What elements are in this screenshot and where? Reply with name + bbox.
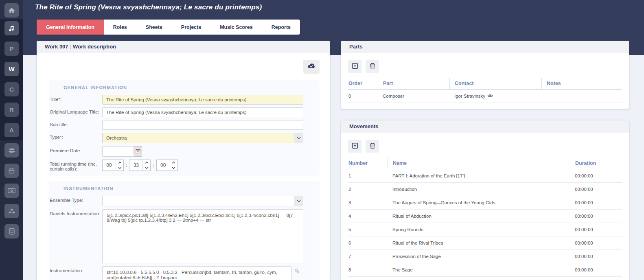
sidebar-item-calendar[interactable]: [4, 164, 19, 178]
title-label: Title*:: [50, 95, 102, 102]
sidebar-item-modules[interactable]: [4, 204, 19, 218]
parts-table-header: Order Part Contact Notes: [348, 78, 622, 90]
tab-roles[interactable]: Roles: [104, 20, 136, 35]
tab-sheets[interactable]: Sheets: [136, 20, 172, 35]
date-picker-button[interactable]: [134, 146, 142, 157]
add-icon: [351, 142, 359, 151]
hours-value[interactable]: 00: [103, 160, 116, 171]
part-order-cell: 0: [348, 94, 378, 98]
movement-row[interactable]: 7 Procession of the Sage 00:00:00: [348, 250, 622, 263]
original-language-title-input[interactable]: [102, 107, 303, 117]
minutes-stepper: 33: [129, 160, 151, 171]
movement-row[interactable]: 5 Spring Rounds 00:00:00: [348, 223, 622, 236]
movement-row[interactable]: 4 Ritual of Abduction 00:00:00: [348, 210, 622, 223]
cloud-check-icon: [307, 63, 316, 70]
minutes-down-button[interactable]: [143, 165, 150, 171]
banknote-icon: [8, 188, 15, 193]
sidebar-item-r[interactable]: R: [4, 103, 19, 117]
add-icon: [351, 62, 359, 71]
sidebar-letter: A: [9, 127, 14, 133]
sidebar-item-c[interactable]: C: [4, 82, 19, 96]
calendar-picker-icon: [136, 149, 140, 155]
tab-bar: General Information Roles Sheets Project…: [37, 20, 300, 35]
tab-music-scores[interactable]: Music Scores: [210, 20, 262, 35]
original-language-title-label: Original Language Title:: [50, 107, 102, 114]
movements-panel: Movements Number Name Duration 1 PART I:…: [341, 120, 629, 280]
daniels-instrumentation-textarea[interactable]: [102, 209, 303, 263]
hours-down-button[interactable]: [116, 165, 123, 171]
sidebar-item-p[interactable]: P: [4, 42, 19, 56]
sidebar-item-music[interactable]: [4, 21, 19, 35]
movement-row[interactable]: 8 The Sage 00:00:00: [348, 263, 622, 277]
database-icon: [9, 228, 15, 235]
instrumentation-section: INSTRUMENTATION Ensemble Type: Daniels I…: [49, 181, 320, 280]
sidebar-item-people[interactable]: [4, 143, 19, 158]
ensemble-type-label: Ensemble Type:: [50, 196, 102, 203]
movement-row[interactable]: 6 Ritual of the Rival Tribes 00:00:00: [348, 236, 622, 250]
sub-title-label: Sub title:: [50, 120, 102, 127]
total-running-time-label: Total running time (inc. curtain calls):: [50, 160, 102, 171]
ensemble-type-select[interactable]: [102, 196, 303, 206]
add-part-button[interactable]: [348, 60, 361, 73]
movement-row[interactable]: 2 Introduction 00:00:00: [348, 183, 622, 196]
column-header-order: Order: [348, 78, 378, 89]
movements-panel-title: Movements: [341, 120, 629, 133]
chevron-down-icon: [294, 196, 303, 206]
work-panel-title: Work 307 : Work description: [37, 41, 330, 53]
trash-icon: [369, 62, 376, 71]
delete-movement-button[interactable]: [366, 140, 379, 153]
part-contact-cell: Igor Stravinsky: [449, 94, 541, 98]
column-header-name: Name: [388, 158, 570, 169]
column-header-notes: Notes: [541, 78, 622, 89]
calendar-icon: [8, 167, 15, 174]
trash-icon: [369, 142, 376, 151]
tab-general-information[interactable]: General Information: [37, 20, 104, 35]
add-movement-button[interactable]: [348, 140, 361, 153]
parts-table-row[interactable]: 0 Composer Igor Stravinsky: [348, 90, 622, 103]
type-select[interactable]: Orchestra: [102, 133, 303, 143]
minutes-value[interactable]: 33: [129, 160, 142, 171]
delete-part-button[interactable]: [366, 60, 379, 73]
sidebar-item-database[interactable]: [4, 224, 19, 238]
time-separator: :: [153, 162, 154, 168]
seconds-stepper: 00: [156, 160, 178, 171]
parts-panel: Parts Order Part Contact Notes 0 Compose…: [341, 41, 629, 109]
save-button[interactable]: [303, 60, 320, 74]
premiere-date-input[interactable]: [102, 146, 134, 157]
tab-reports[interactable]: Reports: [262, 20, 300, 35]
title-input[interactable]: [102, 95, 303, 105]
premiere-date-label: Premiere Date:: [50, 146, 102, 153]
sidebar-letter: P: [9, 45, 13, 52]
sidebar: P W C R A: [0, 0, 23, 280]
seconds-value[interactable]: 00: [157, 160, 170, 171]
movement-row[interactable]: 3 The Augurs of Spring—Dances of the You…: [348, 196, 622, 210]
column-header-number: Number: [348, 158, 388, 169]
home-icon: [8, 7, 15, 13]
general-information-section: GENERAL INFORMATION Title*: Original Lan…: [49, 80, 320, 176]
special-characters-button[interactable]: [294, 268, 300, 275]
eye-icon[interactable]: [487, 94, 493, 98]
section-legend-general: GENERAL INFORMATION: [64, 85, 303, 90]
seconds-down-button[interactable]: [170, 165, 177, 171]
sub-title-input[interactable]: [102, 120, 303, 130]
sidebar-item-a[interactable]: A: [4, 123, 19, 137]
hours-up-button[interactable]: [116, 160, 123, 165]
instrumentation-textarea[interactable]: [102, 266, 291, 280]
column-header-part: Part: [378, 78, 449, 89]
cubes-icon: [8, 208, 15, 214]
sidebar-letter: C: [9, 86, 14, 93]
movement-row[interactable]: 1 PART I: Adoration of the Earth [17'] 0…: [348, 169, 622, 183]
type-label: Type*:: [50, 133, 102, 140]
seconds-up-button[interactable]: [170, 160, 177, 165]
tab-projects[interactable]: Projects: [172, 20, 210, 35]
sidebar-letter: R: [9, 106, 14, 113]
gears-icon: [294, 269, 300, 275]
sidebar-item-w[interactable]: W: [4, 62, 19, 76]
sidebar-item-home[interactable]: [4, 3, 19, 18]
time-separator: :: [126, 162, 127, 168]
people-group-icon: [8, 148, 15, 153]
type-select-value: Orchestra: [103, 136, 294, 140]
chevron-down-icon: [294, 133, 303, 143]
sidebar-item-finance[interactable]: [4, 184, 19, 198]
minutes-up-button[interactable]: [143, 160, 150, 165]
